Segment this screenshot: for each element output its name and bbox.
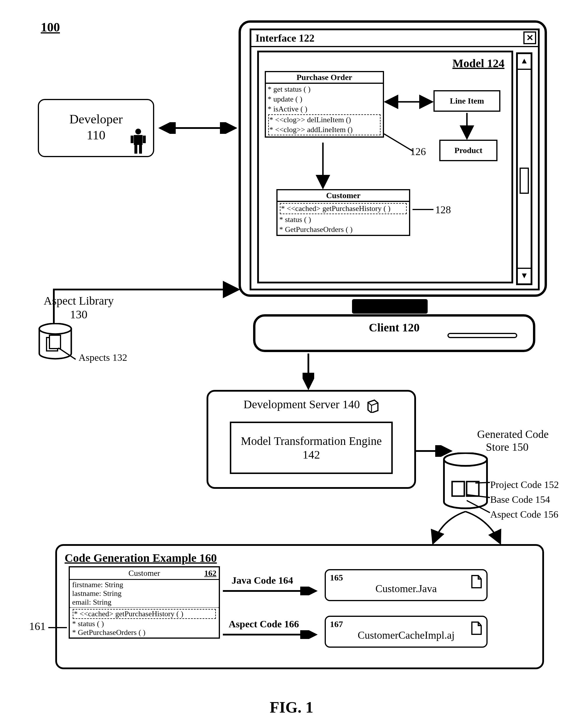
- class-product: Product: [439, 140, 498, 161]
- attr-email: email: String: [72, 598, 216, 607]
- interface-title-text: Interface 122: [256, 32, 315, 44]
- po-m4: * <<clog>> delLineItem (): [269, 115, 379, 125]
- product-label: Product: [454, 146, 482, 155]
- attr-lastname: lastname: String: [72, 589, 216, 598]
- svg-line-10: [384, 134, 413, 151]
- interface-window: Interface 122 ✕ Model 124 Purchase Order…: [249, 28, 540, 290]
- class-purchase-order: Purchase Order * get status ( ) * update…: [265, 71, 384, 138]
- document-icon: [471, 621, 482, 635]
- customer-box-162: Customer 162 firstname: String lastname:…: [69, 566, 220, 639]
- client-label: Client 120: [369, 321, 420, 334]
- file-customer-java: 165 Customer.Java: [325, 569, 487, 601]
- svg-line-26: [475, 483, 490, 483]
- developer-label: Developer: [69, 112, 123, 126]
- model-title: Model 124: [452, 56, 504, 70]
- aspect-code-label: Aspect Code 166: [229, 619, 299, 630]
- ref-128: 128: [435, 204, 451, 216]
- model-window: Model 124 Purchase Order * get status ( …: [257, 51, 513, 283]
- cust162-cached: * <<cached> getPurchaseHistory ( ): [73, 609, 216, 619]
- scroll-thumb[interactable]: [520, 167, 529, 194]
- po-title: Purchase Order: [266, 72, 383, 84]
- aspects-label: Aspects 132: [79, 352, 127, 363]
- cust162-title-row: Customer 162: [70, 567, 219, 580]
- po-m3: * isActive ( ): [268, 104, 381, 114]
- svg-rect-24: [452, 482, 464, 496]
- cust-m1: * <<cached> getPurchaseHistory ( ): [281, 204, 405, 213]
- svg-line-16: [58, 348, 76, 359]
- cust-title: Customer: [277, 190, 409, 202]
- file1-name: Customer.Java: [330, 582, 482, 595]
- attr-firstname: firstname: String: [72, 580, 216, 589]
- file2-id: 167: [330, 619, 482, 629]
- drive-slot: [447, 333, 517, 338]
- aspects-callout: [58, 348, 81, 365]
- system-ref: 100: [41, 20, 60, 35]
- cust162-m1: * <<cached> getPurchaseHistory ( ): [74, 609, 215, 618]
- arrow-client-server: [302, 354, 314, 391]
- file1-id: 165: [330, 573, 482, 582]
- svg-point-13: [39, 323, 71, 334]
- po-m5: * <<clog>> addLineItem (): [269, 125, 379, 135]
- badge-162: 162: [204, 569, 216, 578]
- dev-server-title: Development Server 140: [214, 397, 408, 413]
- dev-server-label: Development Server 140: [243, 398, 360, 411]
- cust162-m3: * GetPurchaseOrders ( ): [72, 628, 216, 637]
- client-box: Client 120: [253, 314, 535, 352]
- svg-point-23: [444, 453, 487, 466]
- cust162-methods: * <<cached> getPurchaseHistory ( ) * sta…: [70, 608, 219, 638]
- cust-cached-group: * <<cached> getPurchaseHistory ( ): [280, 203, 407, 214]
- mte-label: Model Transformation Engine 142: [231, 434, 391, 462]
- svg-rect-15: [50, 335, 60, 348]
- development-server: Development Server 140 Model Transformat…: [207, 390, 416, 489]
- mte-box: Model Transformation Engine 142: [230, 422, 393, 474]
- cust-m2: * status ( ): [279, 215, 407, 225]
- line-item-label: Line Item: [450, 96, 484, 106]
- cust162-m2: * status ( ): [72, 620, 216, 628]
- project-code: Project Code 152: [490, 477, 559, 492]
- arrow-aspectlib-interface: [38, 125, 241, 323]
- po-m2: * update ( ): [268, 94, 381, 104]
- scrollbar[interactable]: ▲ ▼: [516, 52, 532, 285]
- cust162-title: Customer: [129, 569, 160, 577]
- svg-line-27: [467, 495, 490, 498]
- gcs-l1: Generated Code: [477, 428, 549, 441]
- code-generation-example: Code Generation Example 160 Customer 162…: [55, 544, 544, 669]
- file2-name: CustomerCacheImpl.aj: [330, 629, 482, 641]
- scroll-down-icon[interactable]: ▼: [518, 268, 531, 283]
- ref-161-line: [48, 623, 69, 632]
- monitor-stand: [352, 299, 428, 314]
- arrow-aspect: [223, 630, 319, 639]
- server-cube-icon: [366, 398, 379, 413]
- cge-title: Code Generation Example 160: [64, 551, 535, 565]
- cust-m3: * GetPurchaseOrders ( ): [279, 225, 407, 235]
- cust162-attrs: firstname: String lastname: String email…: [70, 580, 219, 608]
- po-m1: * get status ( ): [268, 84, 381, 94]
- interface-title: Interface 122 ✕: [251, 30, 538, 47]
- file-customer-cacheimpl: 167 CustomerCacheImpl.aj: [325, 616, 487, 648]
- arrow-store-example: [430, 509, 506, 547]
- class-line-item: Line Item: [433, 90, 500, 112]
- figure-label: FIG. 1: [0, 698, 583, 717]
- po-clog-group: * <<clog>> delLineItem () * <<clog>> add…: [268, 114, 380, 135]
- arrow-java: [223, 587, 319, 595]
- cust-body: * <<cached> getPurchaseHistory ( ) * sta…: [277, 202, 409, 235]
- monitor: Interface 122 ✕ Model 124 Purchase Order…: [239, 20, 547, 297]
- base-code: Base Code 154: [490, 492, 559, 507]
- po-body: * get status ( ) * update ( ) * isActive…: [266, 84, 383, 136]
- diagram-canvas: 100 Developer 110 Interface 122 ✕ Model …: [0, 0, 583, 728]
- ref-126: 126: [410, 146, 426, 158]
- document-icon: [471, 574, 482, 589]
- class-customer: Customer * <<cached> getPurchaseHistory …: [276, 189, 410, 236]
- code-store-label: Generated Code Store 150: [477, 428, 549, 453]
- close-icon[interactable]: ✕: [523, 31, 536, 44]
- java-code-label: Java Code 164: [232, 575, 293, 586]
- ref-161: 161: [29, 620, 46, 632]
- scroll-up-icon[interactable]: ▲: [518, 54, 531, 70]
- gcs-l2: Store 150: [486, 441, 549, 453]
